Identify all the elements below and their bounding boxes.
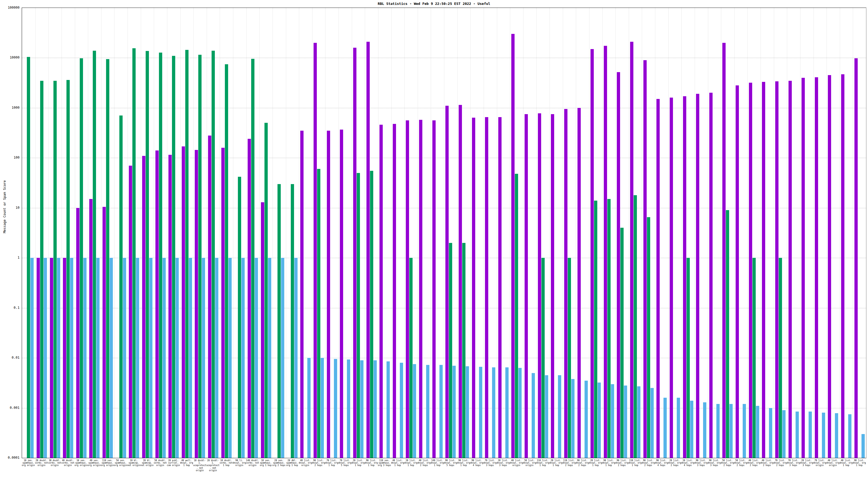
bar-not-spam — [63, 258, 66, 458]
bar-spam — [66, 80, 70, 458]
vertical-gridline — [22, 8, 22, 458]
x-tick-label: 110 sen. spamhaus. org origin — [101, 459, 114, 467]
bar-not-spam — [775, 82, 778, 458]
vertical-gridline — [114, 8, 115, 458]
bar-not-spam — [802, 78, 805, 458]
x-tick-label: 50 list. dnswl. org origin — [523, 459, 536, 467]
bar-not-spam — [89, 199, 93, 458]
x-tick-label: 10 sen. spamhaus. org 1 hop — [259, 459, 272, 467]
bar-spam — [462, 243, 465, 458]
bar-score — [518, 368, 522, 458]
vertical-gridline — [273, 8, 273, 458]
bar-score — [70, 258, 73, 458]
bar-score — [334, 359, 337, 458]
bar-not-spam — [709, 93, 713, 458]
bar-not-spam — [855, 58, 858, 458]
x-tick-label: 10 list. dnswl. org 1 hop — [404, 459, 417, 467]
bar-score — [189, 258, 192, 458]
bar-score — [149, 258, 152, 458]
bar-spam — [686, 258, 690, 458]
vertical-gridline — [48, 8, 49, 458]
bar-spam — [647, 217, 650, 458]
bar-score — [822, 413, 825, 458]
vertical-gridline — [734, 8, 735, 458]
bar-score — [321, 358, 324, 458]
bar-spam — [265, 123, 268, 458]
x-tick-label: 90 list. dnswl. org 1 hop — [457, 459, 470, 467]
bar-spam — [515, 174, 518, 458]
y-tick-label: 0.0001 — [0, 456, 20, 459]
bar-score — [466, 366, 469, 458]
x-tick-label: 70 list. dnswl. org 5 hops — [338, 459, 351, 467]
bar-score — [703, 402, 706, 458]
bar-score — [241, 258, 245, 458]
bar-score — [44, 258, 47, 458]
bar-spam — [357, 173, 360, 458]
bar-score — [585, 381, 588, 458]
bar-not-spam — [762, 82, 765, 458]
bar-score — [96, 258, 99, 458]
bar-score — [57, 258, 60, 458]
x-tick-label: 20 list. dnswl. org 1 hop — [589, 459, 602, 467]
bar-score — [716, 404, 720, 458]
vertical-gridline — [180, 8, 181, 458]
bar-not-spam — [815, 77, 818, 458]
y-tick-label: 100000 — [0, 6, 20, 9]
bar-score — [769, 408, 772, 458]
bar-score — [426, 365, 429, 458]
bar-score — [677, 398, 680, 458]
bar-not-spam — [182, 147, 185, 458]
bar-spam — [752, 258, 756, 458]
bar-spam — [726, 210, 729, 458]
x-tick-label: 40 list. dnswl. org origin — [299, 459, 312, 467]
bar-spam — [278, 184, 281, 458]
bar-spam — [106, 59, 109, 458]
vertical-gridline — [365, 8, 365, 458]
vertical-gridline — [299, 8, 299, 458]
bar-spam — [80, 58, 83, 458]
vertical-gridline — [62, 8, 62, 458]
bar-spam — [119, 116, 123, 458]
bar-spam — [132, 48, 135, 458]
bar-spam — [594, 201, 597, 458]
bar-not-spam — [208, 135, 211, 458]
bar-not-spam — [367, 42, 370, 458]
plot-area — [22, 8, 866, 458]
bar-spam — [607, 199, 611, 458]
bar-score — [611, 384, 614, 458]
vertical-gridline — [418, 8, 418, 458]
y-tick-label: 1000 — [0, 106, 20, 109]
bar-spam — [225, 64, 228, 458]
bar-not-spam — [590, 49, 594, 458]
bar-not-spam — [353, 48, 356, 458]
x-tick-label: 20 list. dnswl. org 3 hops — [497, 459, 510, 467]
x-tick-label: 90 list. dnswl. org 5 hops — [444, 459, 457, 467]
vertical-gridline — [589, 8, 589, 458]
vertical-gridline — [761, 8, 761, 458]
x-tick-label: 90 list. dnswl. org 1 hop — [365, 459, 378, 467]
bar-not-spam — [841, 74, 844, 458]
bar-not-spam — [604, 46, 607, 458]
vertical-gridline — [101, 8, 101, 458]
bar-score — [110, 258, 113, 458]
bar-score — [558, 375, 561, 458]
bar-not-spam — [643, 60, 647, 458]
vertical-gridline — [536, 8, 536, 458]
bar-score — [294, 258, 298, 458]
bar-not-spam — [50, 258, 53, 458]
bar-spam — [409, 258, 412, 458]
bar-spam — [317, 169, 320, 458]
bar-not-spam — [564, 109, 567, 458]
vertical-gridline — [444, 8, 444, 458]
vertical-gridline — [523, 8, 524, 458]
x-tick-label: 90 list. dnswl. org 3 hops — [694, 459, 708, 467]
bar-spam — [568, 258, 571, 458]
bar-not-spam — [300, 131, 304, 458]
vertical-gridline — [470, 8, 471, 458]
bar-not-spam — [37, 258, 40, 458]
vertical-gridline — [813, 8, 814, 458]
x-tick-label: 110 list. dnswl. org 2 hops — [563, 459, 576, 467]
x-tick-label: 40 sen. spamhaus. org origin — [88, 459, 101, 467]
x-tick-label: 20 dnsbl. sorbs. net origin — [35, 459, 48, 467]
vertical-gridline — [154, 8, 154, 458]
